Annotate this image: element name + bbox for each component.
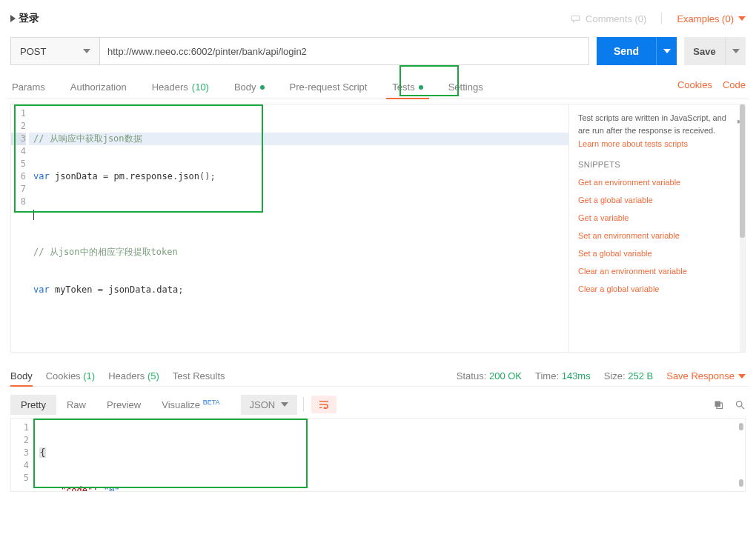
copy-icon[interactable]: [713, 399, 724, 410]
comments-button[interactable]: Comments (0): [570, 13, 646, 24]
svg-rect-1: [715, 401, 721, 407]
code-content: // 从响应中获取json数据 var jsonData = pm.respon…: [29, 104, 568, 352]
view-pretty[interactable]: Pretty: [10, 395, 56, 415]
save-dropdown[interactable]: [725, 37, 746, 65]
url-input[interactable]: http://www.neeo.cc:6002/pinter/bank/api/…: [99, 37, 589, 65]
comment-icon: [570, 13, 581, 24]
snippets-heading: SNIPPETS: [578, 160, 739, 169]
code-editor[interactable]: 1 2 3 4 5 6 7 8 // 从响应中获取json数据 var json…: [11, 104, 568, 352]
view-raw[interactable]: Raw: [56, 395, 96, 415]
view-visualize[interactable]: Visualize BETA: [151, 394, 230, 415]
response-tabs: Body Cookies (1) Headers (5) Test Result…: [7, 353, 749, 387]
snippet-item[interactable]: Clear an environment variable: [578, 267, 739, 276]
time-meta: Time: 143ms: [535, 370, 591, 382]
save-button[interactable]: Save: [684, 37, 725, 65]
tests-editor-area: 1 2 3 4 5 6 7 8 // 从响应中获取json数据 var json…: [10, 104, 746, 353]
resp-tab-body[interactable]: Body: [10, 366, 33, 386]
search-icon[interactable]: [735, 399, 746, 410]
linewrap-icon[interactable]: [311, 396, 336, 413]
save-response-button[interactable]: Save Response: [666, 370, 746, 382]
headers-count: (10): [192, 81, 209, 93]
view-preview[interactable]: Preview: [96, 395, 151, 415]
help-text: Test scripts are written in JavaScript, …: [578, 112, 739, 136]
resp-tab-testresults[interactable]: Test Results: [173, 366, 225, 386]
tab-authorization[interactable]: Authorization: [69, 76, 128, 99]
request-bar: POST http://www.neeo.cc:6002/pinter/bank…: [7, 33, 749, 70]
request-title[interactable]: 登录: [10, 12, 39, 25]
send-dropdown[interactable]: [656, 37, 677, 65]
line-gutter: 1 2 3 4 5: [11, 419, 32, 484]
learn-more-link[interactable]: Learn more about tests scripts: [578, 139, 739, 148]
collapse-icon[interactable]: [10, 15, 16, 22]
scrollbar-thumb[interactable]: [739, 423, 743, 430]
size-meta: Size: 252 B: [604, 370, 654, 382]
snippets-panel: ▸ Test scripts are written in JavaScript…: [568, 104, 745, 352]
tab-prerequest[interactable]: Pre-request Script: [288, 76, 369, 99]
response-viewmodes: Pretty Raw Preview Visualize BETA JSON: [7, 387, 749, 418]
examples-dropdown[interactable]: Examples (0): [677, 13, 746, 24]
tab-settings[interactable]: Settings: [447, 76, 485, 99]
svg-line-3: [741, 406, 744, 409]
snippet-item[interactable]: Get a global variable: [578, 196, 739, 204]
format-select[interactable]: JSON: [241, 395, 298, 415]
response-body-editor[interactable]: 1 2 3 4 5 { "code": "0", "message": "suc…: [10, 418, 746, 492]
header-actions: Comments (0) Examples (0): [570, 13, 746, 24]
chevron-down-icon: [738, 16, 746, 21]
header: 登录 Comments (0) Examples (0): [7, 7, 749, 33]
snippet-item[interactable]: Set a global variable: [578, 249, 739, 258]
http-method-select[interactable]: POST: [10, 37, 99, 65]
dot-icon: [419, 85, 423, 90]
request-tabs: Params Authorization Headers (10) Body P…: [7, 70, 749, 99]
scrollbar-thumb[interactable]: [740, 104, 745, 238]
request-title-text: 登录: [19, 12, 39, 25]
tab-tests[interactable]: Tests: [391, 76, 424, 99]
save-label: Save: [693, 46, 715, 57]
send-button[interactable]: Send: [597, 37, 656, 65]
url-value: http://www.neeo.cc:6002/pinter/bank/api/…: [107, 46, 307, 57]
divider: [661, 13, 662, 24]
dot-icon: [260, 85, 265, 90]
chevron-down-icon: [281, 402, 288, 407]
tabs-right-links: Cookies Code: [677, 79, 746, 95]
resp-tab-headers[interactable]: Headers (5): [108, 366, 159, 386]
code-link[interactable]: Code: [723, 79, 746, 90]
snippet-item[interactable]: Clear a global variable: [578, 284, 739, 293]
line-gutter: 1 2 3 4 5 6 7 8: [11, 104, 29, 208]
chevron-down-icon: [732, 49, 740, 53]
scrollbar-thumb[interactable]: [739, 479, 743, 487]
tab-body[interactable]: Body: [233, 76, 266, 99]
comments-label: Comments (0): [586, 13, 646, 24]
svg-point-2: [737, 401, 743, 407]
cookies-link[interactable]: Cookies: [677, 79, 712, 90]
json-content: { "code": "0", "message": "success", "da…: [32, 419, 745, 492]
snippet-item[interactable]: Get an environment variable: [578, 178, 739, 187]
chevron-down-icon: [738, 374, 746, 379]
status-meta: Status: 200 OK: [457, 370, 522, 382]
divider: [303, 397, 304, 412]
send-label: Send: [614, 45, 639, 57]
snippet-item[interactable]: Set an environment variable: [578, 231, 739, 240]
examples-label: Examples (0): [677, 13, 734, 24]
resp-tab-cookies[interactable]: Cookies (1): [46, 366, 95, 386]
chevron-down-icon: [663, 49, 671, 53]
tab-params[interactable]: Params: [10, 76, 47, 99]
tab-headers[interactable]: Headers (10): [150, 76, 210, 99]
chevron-down-icon: [83, 49, 90, 53]
http-method-value: POST: [20, 46, 46, 57]
beta-badge: BETA: [203, 399, 220, 406]
snippet-item[interactable]: Get a variable: [578, 213, 739, 222]
